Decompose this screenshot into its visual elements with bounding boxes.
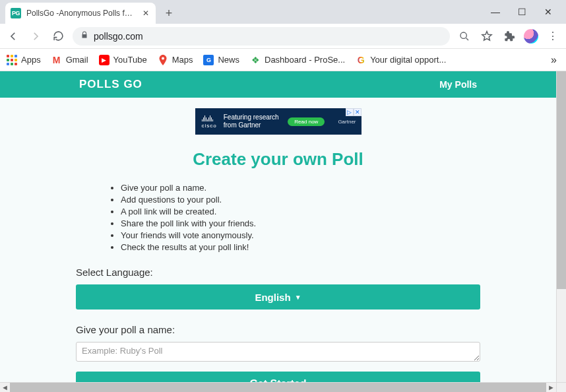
youtube-icon: ▶ [99,55,110,65]
gmail-icon: M [51,55,62,65]
apps-icon [7,55,17,65]
chevron-down-icon: ▼ [295,294,301,301]
bookmark-label: Apps [21,55,41,65]
browser-tab[interactable]: PG PollsGo -Anonymous Polls for W ✕ [5,3,156,24]
bookmarks-bar: Apps M Gmail ▶ YouTube Maps G News ❖ Das… [0,49,566,71]
my-polls-link[interactable]: My Polls [439,79,477,90]
scroll-left-icon[interactable]: ◄ [0,383,10,391]
google-icon: G [356,55,366,65]
leaf-icon: ❖ [250,55,261,65]
bookmark-label: YouTube [113,55,147,65]
scroll-right-icon[interactable]: ► [546,383,556,391]
ad-line1: Featuring research [224,114,279,121]
bookmarks-overflow-icon[interactable]: » [551,54,557,66]
page-viewport: Polls Go My Polls cisco Featuring resear… [0,71,556,382]
instructions-list: Give your poll a name. Add questions to … [76,183,480,252]
lock-icon [80,31,88,41]
zoom-icon[interactable] [456,28,472,44]
window-controls: — ☐ ✕ [487,0,563,24]
site-logo[interactable]: Polls Go [79,78,142,91]
new-tab-button[interactable]: + [160,4,178,22]
language-label: Select Language: [76,267,480,278]
adchoices-icon[interactable]: ▷ [346,108,354,116]
bookmark-label: Maps [172,55,193,65]
reload-icon[interactable] [50,28,66,44]
svg-point-1 [162,57,164,59]
bookmark-digital-opport[interactable]: G Your digital opport... [356,55,446,65]
bookmark-apps[interactable]: Apps [7,55,41,65]
url-text: pollsgo.com [94,31,143,42]
close-tab-icon[interactable]: ✕ [141,9,150,18]
poll-name-label: Give your poll a name: [76,324,480,335]
close-window-icon[interactable]: ✕ [540,7,557,17]
cisco-logo-icon [202,115,217,121]
scroll-corner [556,382,566,392]
list-item: Give your poll a name. [121,183,480,193]
site-navbar: Polls Go My Polls [0,71,556,98]
list-item: Share the poll link with your friends. [121,218,480,228]
address-bar[interactable]: pollsgo.com [73,27,450,46]
ad-banner[interactable]: cisco Featuring research from Gartner Re… [195,108,362,135]
extensions-icon[interactable] [501,28,517,44]
ad-line2: from Gartner [224,121,279,129]
horizontal-scrollbar[interactable]: ◄ ► [0,382,556,392]
minimize-icon[interactable]: — [487,7,504,17]
browser-toolbar: pollsgo.com ⋮ [0,24,566,49]
page-title: Create your own Poll [76,149,480,170]
scrollbar-thumb[interactable] [557,71,566,289]
news-icon: G [203,55,214,65]
maximize-icon[interactable]: ☐ [513,7,530,17]
get-started-button[interactable]: Get Started [76,372,480,382]
ad-cta-button[interactable]: Read now [288,117,325,126]
bookmark-youtube[interactable]: ▶ YouTube [99,55,147,65]
poll-name-input[interactable] [76,342,480,362]
ad-partner: Gartner [338,119,356,125]
bookmark-maps[interactable]: Maps [158,55,193,65]
bookmark-label: Your digital opport... [370,55,446,65]
bookmark-label: Gmail [66,55,88,65]
bookmark-news[interactable]: G News [203,55,239,65]
language-dropdown[interactable]: English ▼ [76,284,480,310]
bookmark-label: Dashboard - ProSe... [265,55,345,65]
vertical-scrollbar[interactable] [556,71,566,382]
bookmark-star-icon[interactable] [479,28,495,44]
list-item: A poll link will be created. [121,207,480,216]
list-item: Your friends will vote anonymously. [121,230,480,240]
language-selected: English [255,292,290,303]
profile-avatar[interactable] [524,29,538,44]
forward-icon[interactable] [28,28,44,44]
tab-title: PollsGo -Anonymous Polls for W [26,9,136,18]
scrollbar-thumb[interactable] [10,383,546,392]
svg-point-0 [460,32,466,38]
ad-brand: cisco [202,123,217,129]
list-item: Add questions to your poll. [121,195,480,205]
bookmark-gmail[interactable]: M Gmail [51,55,88,65]
menu-icon[interactable]: ⋮ [545,28,561,44]
bookmark-dashboard[interactable]: ❖ Dashboard - ProSe... [250,55,345,65]
ad-close-icon[interactable]: ✕ [354,108,362,116]
favicon: PG [11,8,21,18]
browser-titlebar: PG PollsGo -Anonymous Polls for W ✕ + — … [0,0,566,24]
bookmark-label: News [218,55,239,65]
maps-icon [158,55,168,65]
list-item: Check the results at your poll link! [121,242,480,252]
back-icon[interactable] [5,28,21,44]
